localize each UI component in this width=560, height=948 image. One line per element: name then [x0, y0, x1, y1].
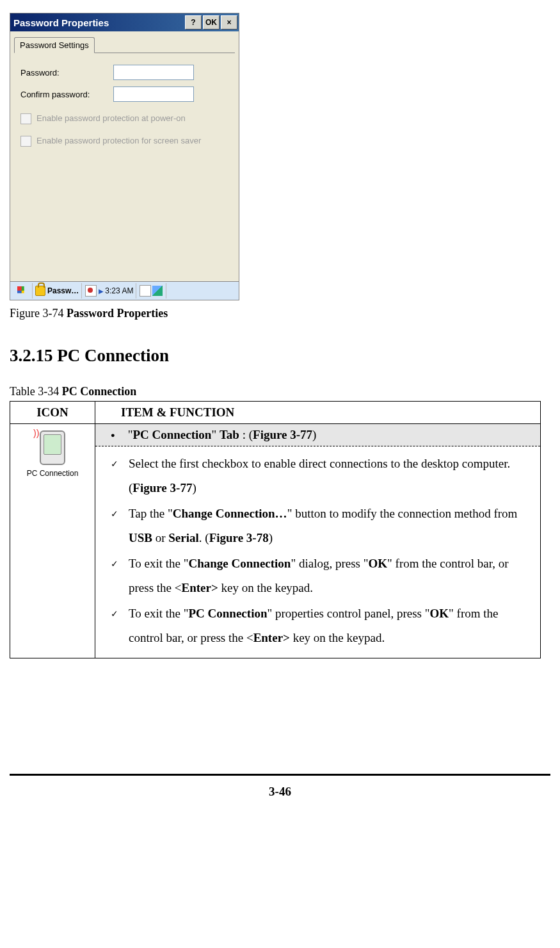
- signal-icon: )): [33, 428, 39, 438]
- dialog-body: Password Settings Password: Confirm pass…: [10, 31, 239, 281]
- figure-caption-title: Password Properties: [67, 307, 168, 320]
- close-button[interactable]: ×: [221, 15, 237, 29]
- list-item: ✓To exit the "PC Connection" properties …: [111, 601, 530, 650]
- taskbar: Passw… ▶ 3:23 AM: [10, 281, 239, 300]
- taskbar-clock: 3:23 AM: [105, 286, 133, 295]
- pda-icon: )): [40, 430, 65, 465]
- list-item: ✓To exit the "Change Connection" dialog,…: [111, 552, 530, 600]
- page-number: 3-46: [10, 774, 550, 799]
- poweron-checkbox-label: Enable password protection at power-on: [36, 113, 186, 123]
- table-caption-title: PC Connection: [62, 385, 137, 398]
- pc-connection-table: ICON ITEM & FUNCTION )) PC Connection ●"…: [10, 401, 541, 658]
- list-item: ✓Select the first checkbox to enable dir…: [111, 452, 530, 500]
- list-item-text: To exit the "Change Connection" dialog, …: [129, 552, 530, 600]
- tray[interactable]: ▶ 3:23 AM: [82, 283, 136, 298]
- taskbar-app-button[interactable]: Passw…: [33, 283, 82, 298]
- list-item-text: To exit the "PC Connection" properties c…: [129, 601, 530, 650]
- confirm-password-input[interactable]: [113, 86, 194, 102]
- confirm-password-label: Confirm password:: [20, 90, 113, 99]
- dialog-title: Password Properties: [13, 17, 184, 28]
- start-button[interactable]: [12, 283, 33, 298]
- password-label: Password:: [20, 68, 113, 78]
- icon-cell: )) PC Connection: [10, 424, 95, 658]
- table-header-function: ITEM & FUNCTION: [95, 402, 541, 424]
- windows-flag-icon: [16, 285, 28, 297]
- list-item: ✓Tap the "Change Connection…" button to …: [111, 502, 530, 550]
- function-list: ✓Select the first checkbox to enable dir…: [95, 446, 540, 658]
- table-header-icon: ICON: [10, 402, 95, 424]
- bullet-icon: ●: [111, 431, 115, 439]
- table-caption-prefix: Table 3-34: [10, 385, 62, 398]
- screensaver-checkbox-label: Enable password protection for screen sa…: [36, 136, 201, 145]
- figure-caption-prefix: Figure 3-74: [10, 307, 67, 320]
- list-item-text: Select the first checkbox to enable dire…: [129, 452, 530, 500]
- check-mark-icon: ✓: [111, 502, 129, 550]
- icon-label: PC Connection: [11, 469, 94, 478]
- check-mark-icon: ✓: [111, 552, 129, 600]
- tray-icon-1: [85, 285, 97, 297]
- ok-button[interactable]: OK: [203, 15, 220, 29]
- check-mark-icon: ✓: [111, 601, 129, 650]
- figure-caption: Figure 3-74 Password Properties: [10, 307, 550, 320]
- function-cell: ●"PC Connection" Tab : (Figure 3-77) ✓Se…: [95, 424, 541, 658]
- check-mark-icon: ✓: [111, 452, 129, 500]
- tab-password-settings[interactable]: Password Settings: [14, 37, 95, 53]
- list-item-text: Tap the "Change Connection…" button to m…: [129, 502, 530, 550]
- tray-extra[interactable]: [136, 283, 166, 298]
- tab-header-row: ●"PC Connection" Tab : (Figure 3-77): [95, 424, 540, 446]
- screensaver-checkbox[interactable]: [20, 136, 31, 147]
- section-heading: 3.2.15 PC Connection: [10, 346, 550, 366]
- tray-arrow-icon: ▶: [99, 288, 104, 295]
- taskbar-app-label: Passw…: [47, 286, 79, 295]
- dialog-titlebar: Password Properties ? OK ×: [10, 13, 239, 31]
- poweron-checkbox[interactable]: [20, 113, 31, 124]
- help-button[interactable]: ?: [185, 15, 202, 29]
- password-properties-dialog: Password Properties ? OK × Password Sett…: [10, 13, 239, 300]
- password-input[interactable]: [113, 65, 194, 80]
- tray-icon-3: [152, 286, 163, 296]
- table-caption: Table 3-34 PC Connection: [10, 385, 550, 398]
- lock-icon: [35, 286, 45, 296]
- tray-icon-2: [140, 285, 151, 297]
